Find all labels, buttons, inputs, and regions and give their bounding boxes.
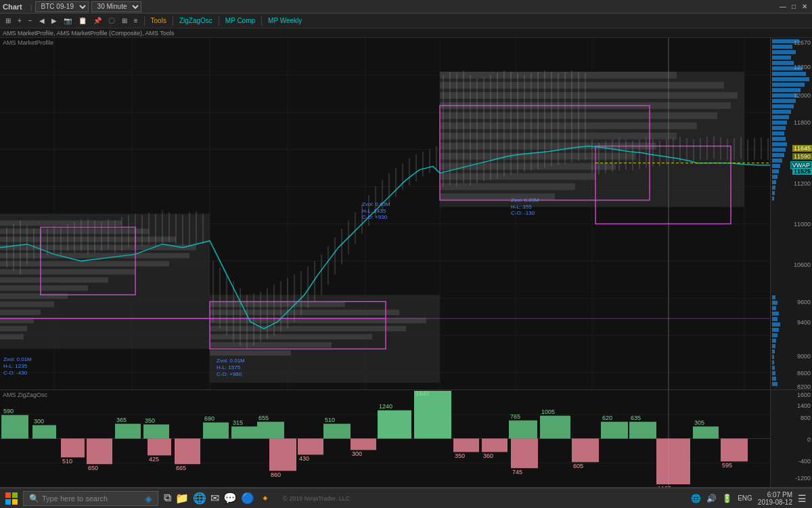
edge-icon[interactable]: 🌐 [193,492,206,505]
toolbar-clipboard[interactable]: 📋 [76,16,89,25]
toolbar-tools[interactable]: Tools [148,16,169,25]
toolbar-grid[interactable]: ⊞ [119,16,130,25]
notification-icon[interactable]: ☰ [798,493,807,504]
svg-rect-32 [0,310,41,315]
svg-rect-204 [772,110,791,114]
battery-icon[interactable]: 🔋 [722,494,732,503]
volume-icon[interactable]: 🔊 [706,494,717,503]
toolbar-zigzag[interactable]: ZigZagOsc [177,16,215,25]
svg-rect-234 [772,366,775,370]
svg-rect-299 [5,492,11,498]
clock[interactable]: 6:07 PM 2019-08-12 [758,491,792,506]
svg-rect-194 [772,56,791,60]
zigzag-oscillator: AMS ZigZagOsc 590 [0,390,812,488]
svg-rect-42 [210,342,332,347]
osc-label-800: 800 [800,415,811,421]
price-11800: 11800 [794,119,811,126]
svg-rect-291 [629,422,656,439]
svg-rect-208 [772,131,784,135]
svg-text:C-O: +930: C-O: +930 [362,214,388,220]
svg-rect-301 [5,499,11,505]
svg-rect-29 [0,285,88,291]
svg-rect-251 [115,424,141,439]
svg-rect-203 [772,104,794,108]
svg-rect-273 [378,410,411,439]
svg-text:650: 650 [88,465,98,471]
svg-rect-228 [772,333,777,337]
maximize-button[interactable]: □ [789,2,798,12]
svg-text:H-L: 355: H-L: 355 [511,204,532,210]
svg-rect-231 [772,350,775,354]
vwap-value: 11525 [792,168,812,175]
svg-rect-285 [540,416,570,439]
svg-rect-38 [210,310,399,315]
toolbar-list[interactable]: ≡ [131,16,141,25]
search-placeholder: Type here to search [42,494,108,503]
toolbar-scroll-left[interactable]: ◀ [37,16,47,25]
network-icon[interactable]: 🌐 [691,494,701,503]
svg-rect-233 [772,360,774,364]
svg-rect-24 [0,245,196,250]
toolbar-camera[interactable]: 📷 [61,16,74,25]
system-tray: 🌐 🔊 🔋 ENG 6:07 PM 2019-08-12 ☰ [691,491,807,506]
toolbar-mpcomp[interactable]: MP Comp [223,16,258,25]
taskview-icon[interactable]: ⧉ [164,492,171,505]
svg-rect-214 [772,164,780,168]
close-button[interactable]: ✕ [800,2,809,12]
osc-canvas[interactable]: AMS ZigZagOsc 590 [0,390,770,487]
toolbar: ⊞ + − ◀ ▶ 📷 📋 📌 〇 ⊞ ≡ Tools ZigZagOsc MP… [0,14,812,28]
svg-rect-267 [298,439,323,455]
taskbar: 🔍 Type here to search ◈ ⧉ 📁 🌐 ✉ 💬 🔵 🔸 © … [0,488,812,508]
price-canvas[interactable]: AMS MarketProfile [0,38,770,389]
svg-rect-253 [143,425,169,439]
svg-rect-199 [772,83,805,87]
svg-text:350: 350 [145,417,155,424]
minimize-button[interactable]: — [778,2,788,12]
svg-text:Zvol: 0.01M: Zvol: 0.01M [217,358,245,364]
timeframe-dropdown[interactable]: 30 Minute [91,1,141,12]
instrument-dropdown[interactable]: BTC 09-19 [35,1,89,12]
svg-text:360: 360 [483,452,493,459]
price-chart-label: AMS MarketProfile [3,39,53,46]
explorer-icon[interactable]: 📁 [175,492,189,505]
toolbar-draw[interactable]: 〇 [106,16,118,26]
osc-chart-svg: 590 300 510 650 365 350 [0,390,770,487]
svg-rect-195 [772,61,794,65]
svg-rect-50 [440,123,697,129]
price-8600: 8600 [797,370,811,377]
start-button[interactable] [5,492,18,505]
toolbar-pin[interactable]: 📌 [91,16,104,25]
toolbar-zoom-fit[interactable]: ⊞ [3,16,14,25]
svg-text:Zvol: 0.63M: Zvol: 0.63M [362,201,390,207]
svg-rect-46 [440,82,724,89]
svg-rect-55 [440,173,595,180]
app-icon-1[interactable]: 💬 [223,492,237,505]
svg-text:665: 665 [176,465,186,471]
toolbar-scroll-right[interactable]: ▶ [49,16,60,25]
svg-rect-235 [772,371,775,375]
svg-rect-245 [32,425,56,439]
copyright-text: © 2019 NinjaTrader, LLC [283,495,350,502]
svg-text:1640: 1640 [415,390,429,397]
svg-rect-43 [210,350,291,356]
svg-rect-222 [772,301,777,305]
svg-rect-41 [210,334,372,339]
mail-icon[interactable]: ✉ [210,492,219,505]
svg-rect-259 [203,423,229,439]
app-icon-2[interactable]: 🔸 [258,492,272,505]
svg-rect-40 [210,326,406,331]
svg-rect-212 [772,153,784,157]
toolbar-mpweekly[interactable]: MP Weekly [265,16,304,25]
osc-label-1400: 1400 [797,402,811,409]
svg-rect-221 [772,295,775,299]
svg-rect-279 [482,439,508,452]
svg-rect-223 [772,306,776,310]
osc-chart-label: AMS ZigZagOsc [3,391,47,398]
price-8200: 8200 [797,383,811,390]
toolbar-zoom-out[interactable]: − [26,16,35,25]
search-bar[interactable]: 🔍 Type here to search ◈ [23,491,158,506]
toolbar-zoom-in[interactable]: + [15,16,24,25]
chrome-icon[interactable]: 🔵 [241,492,254,505]
price-chart[interactable]: AMS MarketProfile [0,38,812,390]
svg-text:655: 655 [258,415,269,421]
